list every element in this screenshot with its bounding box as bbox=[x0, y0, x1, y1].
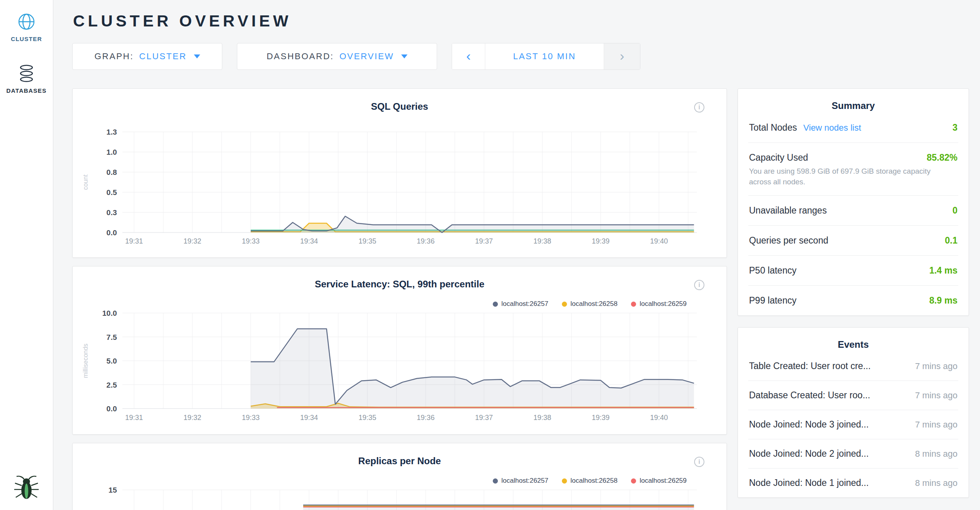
summary-row-qps: Queries per second 0.1 bbox=[748, 226, 958, 256]
cockroach-bug-icon bbox=[13, 474, 40, 502]
sidebar-item-cluster[interactable]: CLUSTER bbox=[0, 13, 53, 42]
time-next-button[interactable] bbox=[604, 43, 640, 69]
unavailable-ranges-label: Unavailable ranges bbox=[749, 205, 827, 216]
legend-label: localhost:26259 bbox=[640, 300, 687, 308]
legend-item[interactable]: localhost:26259 bbox=[631, 477, 687, 485]
events-title: Events bbox=[748, 339, 958, 350]
summary-title: Summary bbox=[748, 100, 958, 111]
event-row[interactable]: Table Created: User root cre... 7 mins a… bbox=[748, 352, 958, 381]
sidebar-item-label: DATABASES bbox=[6, 87, 47, 94]
event-time: 7 mins ago bbox=[915, 390, 957, 401]
info-icon[interactable] bbox=[694, 102, 704, 112]
chevron-down-icon bbox=[194, 54, 200, 58]
svg-text:19:38: 19:38 bbox=[533, 414, 551, 422]
total-nodes-value: 3 bbox=[952, 122, 957, 133]
svg-text:19:35: 19:35 bbox=[359, 237, 376, 245]
chart-legend: localhost:26257localhost:26258localhost:… bbox=[493, 477, 687, 485]
qps-value: 0.1 bbox=[945, 235, 957, 246]
svg-text:19:39: 19:39 bbox=[592, 414, 610, 422]
p99-latency-label: P99 latency bbox=[749, 295, 796, 306]
legend-label: localhost:26258 bbox=[571, 300, 618, 308]
svg-text:19:32: 19:32 bbox=[184, 414, 201, 422]
svg-text:19:40: 19:40 bbox=[650, 237, 668, 245]
event-row[interactable]: Node Joined: Node 3 joined... 7 mins ago bbox=[748, 410, 958, 439]
chart-service-latency: Service Latency: SQL, 99th percentile lo… bbox=[72, 266, 727, 435]
view-nodes-list-link[interactable]: View nodes list bbox=[803, 123, 861, 133]
event-label: Table Created: User root cre... bbox=[749, 361, 871, 371]
legend-dot bbox=[493, 302, 498, 307]
legend-item[interactable]: localhost:26257 bbox=[493, 477, 548, 485]
svg-text:19:39: 19:39 bbox=[592, 237, 610, 245]
svg-text:0.5: 0.5 bbox=[107, 188, 117, 197]
database-icon bbox=[18, 64, 35, 82]
p50-latency-label: P50 latency bbox=[749, 265, 796, 276]
chart-plot[interactable]: 0.02.55.07.510.019:3119:3219:3319:3419:3… bbox=[73, 266, 727, 434]
globe-icon bbox=[17, 13, 36, 31]
main-content: CLUSTER OVERVIEW GRAPH: CLUSTER DASHBOAR… bbox=[53, 0, 980, 510]
svg-text:19:34: 19:34 bbox=[300, 414, 318, 422]
svg-text:1.3: 1.3 bbox=[107, 128, 117, 136]
svg-text:19:36: 19:36 bbox=[417, 237, 435, 245]
event-row[interactable]: Database Created: User roo... 7 mins ago bbox=[748, 381, 958, 410]
dashboard-dropdown[interactable]: DASHBOARD: OVERVIEW bbox=[237, 43, 437, 70]
svg-text:0.0: 0.0 bbox=[107, 229, 117, 237]
page-title: CLUSTER OVERVIEW bbox=[73, 12, 969, 30]
graph-dropdown-value: CLUSTER bbox=[139, 51, 187, 62]
svg-text:15: 15 bbox=[109, 486, 117, 494]
chart-title: Replicas per Node bbox=[73, 456, 727, 467]
event-row[interactable]: Node Joined: Node 1 joined... 8 mins ago bbox=[748, 469, 958, 497]
chart-plot[interactable]: 0.00.30.50.81.01.319:3119:3219:3319:3419… bbox=[73, 89, 727, 257]
svg-text:19:32: 19:32 bbox=[184, 237, 201, 245]
sidebar-item-label: CLUSTER bbox=[11, 36, 42, 42]
chart-sql-queries: SQL Queries 0.00.30.50.81.01.319:3119:32… bbox=[72, 88, 727, 258]
event-time: 8 mins ago bbox=[915, 478, 957, 488]
chart-title: SQL Queries bbox=[73, 101, 727, 112]
svg-text:0.0: 0.0 bbox=[107, 405, 117, 413]
legend-item[interactable]: localhost:26258 bbox=[562, 300, 618, 308]
svg-text:19:36: 19:36 bbox=[417, 414, 435, 422]
capacity-note: You are using 598.9 GiB of 697.9 GiB sto… bbox=[749, 166, 931, 188]
summary-row-p50: P50 latency 1.4 ms bbox=[748, 256, 958, 286]
summary-panel: Summary Total Nodes View nodes list 3 Ca… bbox=[738, 88, 969, 316]
time-range-selector: LAST 10 MIN bbox=[452, 43, 640, 70]
svg-text:19:31: 19:31 bbox=[125, 414, 143, 422]
svg-text:19:37: 19:37 bbox=[475, 414, 493, 422]
event-label: Node Joined: Node 2 joined... bbox=[749, 448, 869, 459]
capacity-value: 85.82% bbox=[927, 152, 957, 163]
info-icon[interactable] bbox=[694, 280, 704, 290]
legend-label: localhost:26257 bbox=[501, 300, 548, 308]
app: CLUSTER DATABASES bbox=[0, 0, 980, 510]
cockroachdb-logo[interactable] bbox=[13, 474, 40, 504]
graph-dropdown[interactable]: GRAPH: CLUSTER bbox=[72, 43, 222, 70]
legend-item[interactable]: localhost:26259 bbox=[631, 300, 687, 308]
time-range-button[interactable]: LAST 10 MIN bbox=[485, 43, 604, 69]
events-panel: Events Table Created: User root cre... 7… bbox=[738, 327, 969, 498]
svg-text:7.5: 7.5 bbox=[107, 333, 117, 341]
chevron-down-icon bbox=[401, 54, 407, 58]
dashboard-content: SQL Queries 0.00.30.50.81.01.319:3119:32… bbox=[72, 88, 969, 510]
svg-text:19:34: 19:34 bbox=[300, 237, 318, 245]
event-time: 8 mins ago bbox=[915, 449, 957, 459]
total-nodes-label: Total Nodes bbox=[749, 122, 797, 133]
info-icon[interactable] bbox=[694, 457, 704, 467]
svg-text:10.0: 10.0 bbox=[102, 309, 117, 317]
legend-item[interactable]: localhost:26258 bbox=[562, 477, 618, 485]
event-time: 7 mins ago bbox=[915, 361, 957, 371]
svg-text:0.3: 0.3 bbox=[107, 208, 117, 217]
event-label: Node Joined: Node 3 joined... bbox=[749, 419, 869, 430]
time-prev-button[interactable] bbox=[452, 43, 485, 69]
sidebar-item-databases[interactable]: DATABASES bbox=[0, 64, 53, 94]
dashboard-dropdown-label: DASHBOARD: bbox=[267, 51, 334, 62]
summary-row-unavailable-ranges: Unavailable ranges 0 bbox=[748, 196, 958, 226]
charts-column: SQL Queries 0.00.30.50.81.01.319:3119:32… bbox=[72, 88, 727, 510]
legend-item[interactable]: localhost:26257 bbox=[493, 300, 548, 308]
summary-row-total-nodes: Total Nodes View nodes list 3 bbox=[748, 113, 958, 143]
legend-label: localhost:26258 bbox=[571, 477, 618, 485]
qps-label: Queries per second bbox=[749, 235, 828, 246]
graph-dropdown-label: GRAPH: bbox=[94, 51, 133, 62]
svg-text:1.0: 1.0 bbox=[107, 148, 117, 156]
event-row[interactable]: Node Joined: Node 2 joined... 8 mins ago bbox=[748, 439, 958, 469]
legend-dot bbox=[631, 302, 636, 307]
dashboard-dropdown-value: OVERVIEW bbox=[340, 51, 394, 62]
svg-text:19:31: 19:31 bbox=[125, 237, 143, 245]
